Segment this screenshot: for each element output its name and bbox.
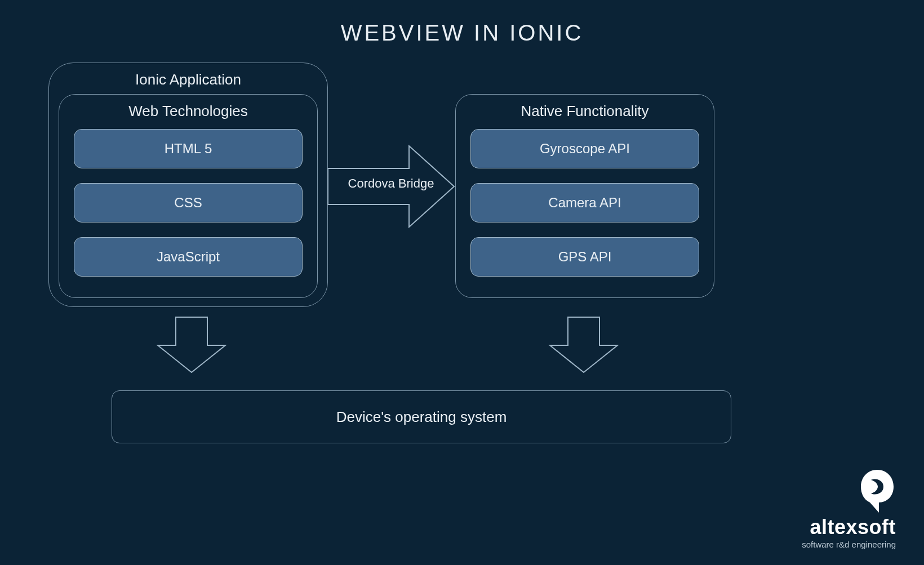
device-os-label: Device's operating system [336,408,507,426]
native-functionality-panel: Native Functionality Gyroscope API Camer… [455,94,714,298]
device-os-box: Device's operating system [112,390,731,443]
web-technologies-panel: Web Technologies HTML 5 CSS JavaScript [59,94,318,298]
api-pill-gps: GPS API [470,237,699,277]
diagram-title: WEBVIEW IN IONIC [0,0,924,46]
web-technologies-label: Web Technologies [59,95,317,126]
brand-block: altexsoft software r&d engineering [802,469,896,549]
ionic-application-label: Ionic Application [49,63,327,94]
brand-logo-icon [859,469,896,515]
down-arrow-left-icon [152,314,231,376]
brand-name: altexsoft [802,517,896,537]
native-functionality-label: Native Functionality [456,95,714,126]
tech-pill-html5: HTML 5 [74,129,303,168]
tech-pill-css: CSS [74,183,303,223]
down-arrow-right-icon [544,314,623,376]
api-pill-camera: Camera API [470,183,699,223]
brand-tagline: software r&d engineering [802,540,896,549]
diagram-stage: Ionic Application Web Technologies HTML … [0,46,924,553]
cordova-bridge-label: Cordova Bridge [323,176,459,191]
api-pill-gyroscope: Gyroscope API [470,129,699,168]
native-functionality-list: Gyroscope API Camera API GPS API [456,129,714,277]
tech-pill-javascript: JavaScript [74,237,303,277]
web-technologies-list: HTML 5 CSS JavaScript [59,129,317,277]
